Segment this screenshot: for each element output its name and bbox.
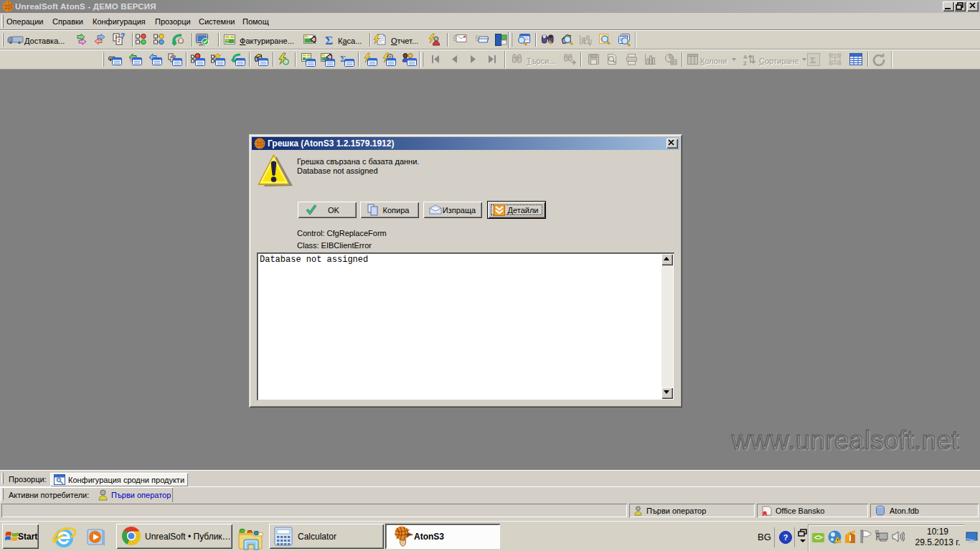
svg-text:?: ? xyxy=(121,32,125,40)
svg-text:Σ: Σ xyxy=(325,34,333,47)
svg-text:Σ: Σ xyxy=(810,55,816,65)
svg-text:A: A xyxy=(743,54,748,60)
svg-text:?: ? xyxy=(783,533,788,542)
svg-text:Z: Z xyxy=(743,60,747,67)
